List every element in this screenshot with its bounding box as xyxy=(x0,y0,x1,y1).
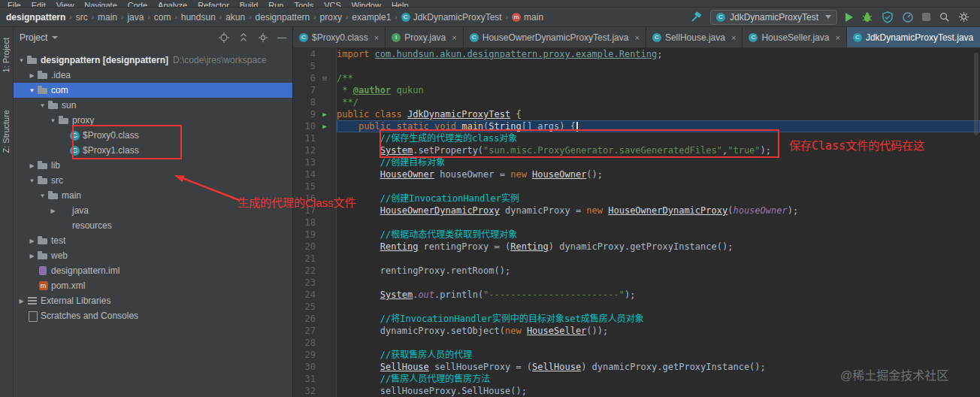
tab-proxy-java[interactable]: IProxy.java× xyxy=(386,27,464,47)
code-line-22[interactable]: rentingProxy.rentRoom(); xyxy=(337,265,980,277)
tab-jdkdynamicproxytest-java[interactable]: CJdkDynamicProxyTest.java× xyxy=(847,27,980,47)
tree-item-idea[interactable]: ▶.idea xyxy=(14,68,292,83)
menu-item-window[interactable]: Window xyxy=(352,0,381,7)
tree-item-proxy1-class[interactable]: C$Proxy1.class xyxy=(14,143,292,158)
code-line-24[interactable]: System.out.println("--------------------… xyxy=(337,289,980,301)
tree-item-proxy[interactable]: ▼proxy xyxy=(14,113,292,128)
tool-stripe-structure[interactable]: Z: Structure xyxy=(2,110,11,153)
breadcrumb-item-main[interactable]: main xyxy=(98,12,117,23)
code-line-17[interactable]: HouseOwnerDynamicProxy dynamicProxy = ne… xyxy=(337,205,980,217)
tree-item-scratches-and-consoles[interactable]: Scratches and Consoles xyxy=(14,308,292,323)
breadcrumb-item-hundsun[interactable]: hundsun xyxy=(181,12,216,23)
breadcrumb-method[interactable]: mmain xyxy=(512,12,543,23)
build-hammer-icon[interactable] xyxy=(690,11,702,23)
menu-item-tools[interactable]: Tools xyxy=(294,0,313,7)
locate-target-icon[interactable] xyxy=(219,32,229,43)
code-line-14[interactable]: HouseOwner houseOwner = new HouseOwner()… xyxy=(337,168,980,180)
menu-item-build[interactable]: Build xyxy=(240,0,258,7)
code-line-11[interactable]: //保存生成的代理类的class对象 xyxy=(337,132,980,144)
search-icon[interactable] xyxy=(939,11,950,23)
tab-sellhouse-java[interactable]: CSellHouse.java× xyxy=(646,27,743,47)
stop-button[interactable] xyxy=(922,13,930,21)
code-line-9[interactable]: public class JdkDynamicProxyTest { xyxy=(337,108,980,120)
close-tab-icon[interactable]: × xyxy=(731,33,736,42)
tab-houseseller-java[interactable]: CHouseSeller.java× xyxy=(743,27,847,47)
code-line-16[interactable]: //创建InvocationHandler实例 xyxy=(337,192,980,205)
code-line-5[interactable] xyxy=(337,60,980,72)
coverage-icon[interactable] xyxy=(882,11,894,23)
tree-item-com[interactable]: ▼com xyxy=(14,83,292,98)
code-line-7[interactable]: * @author qukun xyxy=(337,84,980,96)
menu-item-vcs[interactable]: VCS xyxy=(324,0,341,7)
code-line-15[interactable] xyxy=(337,180,980,192)
tree-item-web[interactable]: ▶web xyxy=(14,248,292,263)
menu-item-code[interactable]: Code xyxy=(128,0,147,7)
menu-item-file[interactable]: File xyxy=(8,0,21,7)
code-line-28[interactable] xyxy=(337,337,980,349)
tree-item-lib[interactable]: ▶lib xyxy=(14,158,292,173)
collapse-all-icon[interactable] xyxy=(238,32,249,43)
menu-item-navigate[interactable]: Navigate xyxy=(84,0,116,7)
code-line-6[interactable]: /** xyxy=(337,72,980,84)
tree-item-main[interactable]: ▼main xyxy=(14,188,292,203)
breadcrumb-item-proxy[interactable]: proxy xyxy=(320,12,342,23)
tree-item-pom-xml[interactable]: mpom.xml xyxy=(14,278,292,293)
close-tab-icon[interactable]: × xyxy=(835,33,839,42)
code-line-18[interactable] xyxy=(337,217,980,229)
code-line-10[interactable]: public static void main(String[] args) { xyxy=(337,120,980,132)
settings-gear-icon[interactable] xyxy=(958,11,969,23)
tree-item-src[interactable]: ▼src xyxy=(14,173,292,188)
tree-item-designpattern[interactable]: ▼designpattern [designpattern]D:\code\jr… xyxy=(14,53,292,68)
menu-item-help[interactable]: Help xyxy=(392,0,409,7)
breadcrumb-item-example1[interactable]: example1 xyxy=(352,12,391,23)
menu-item-view[interactable]: View xyxy=(56,0,74,7)
tree-item-proxy0-class[interactable]: C$Proxy0.class xyxy=(14,128,292,143)
menu-item-analyze[interactable]: Analyze xyxy=(158,0,187,7)
debug-bug-icon[interactable] xyxy=(861,11,873,23)
profiler-icon[interactable] xyxy=(902,11,914,23)
close-tab-icon[interactable]: × xyxy=(452,33,456,42)
breadcrumb-item-com[interactable]: com xyxy=(154,12,171,23)
code-line-30[interactable]: SellHouse sellHouseProxy = (SellHouse) d… xyxy=(337,361,980,373)
code-line-19[interactable]: //根据动态代理类获取到代理对象 xyxy=(337,229,980,241)
breadcrumb-item-akun[interactable]: akun xyxy=(225,12,245,23)
close-tab-icon[interactable]: × xyxy=(634,33,639,42)
tree-item-test[interactable]: ▶test xyxy=(14,233,292,248)
editor[interactable]: 456⊟789▶10▶11121314151617181920212223242… xyxy=(293,48,980,397)
tree-item-java[interactable]: ▶java xyxy=(14,203,292,218)
code-line-32[interactable]: sellHouseProxy.SellHouse(); xyxy=(337,385,980,397)
editor-code[interactable]: import com.hundsun.akun.designpattern.pr… xyxy=(337,48,980,397)
close-tab-icon[interactable]: × xyxy=(374,33,379,42)
code-line-23[interactable] xyxy=(337,277,980,289)
run-gutter-icon[interactable]: ▶ xyxy=(316,108,334,120)
code-line-27[interactable]: dynamicProxy.setObject(new HouseSeller()… xyxy=(337,325,980,337)
project-panel-title[interactable]: Project xyxy=(20,32,47,43)
run-gutter-icon[interactable]: ▶ xyxy=(316,120,334,132)
menu-item-refactor[interactable]: Refactor xyxy=(198,0,229,7)
code-line-20[interactable]: Renting rentingProxy = (Renting) dynamic… xyxy=(337,241,980,253)
tool-stripe-project[interactable]: 1: Project xyxy=(2,38,11,72)
breadcrumb-item-designpattern[interactable]: designpattern xyxy=(256,12,310,23)
code-line-12[interactable]: System.setProperty("sun.misc.ProxyGenera… xyxy=(337,144,980,156)
tree-item-designpattern-iml[interactable]: designpattern.iml xyxy=(14,263,292,278)
code-line-4[interactable]: import com.hundsun.akun.designpattern.pr… xyxy=(337,48,980,60)
tree-item-resources[interactable]: resources xyxy=(14,218,292,233)
breadcrumb-root[interactable]: designpattern xyxy=(6,12,65,23)
code-line-13[interactable]: //创建目标对象 xyxy=(337,156,980,168)
breadcrumb-class[interactable]: CJdkDynamicProxyTest xyxy=(401,12,502,23)
breadcrumb-item-src[interactable]: src xyxy=(76,12,88,23)
panel-settings-gear-icon[interactable] xyxy=(258,32,268,43)
code-line-21[interactable] xyxy=(337,253,980,265)
menu-item-run[interactable]: Run xyxy=(268,0,283,7)
run-button[interactable] xyxy=(845,13,853,22)
code-line-29[interactable]: //获取售房人员的代理 xyxy=(337,349,980,361)
menu-item-edit[interactable]: Edit xyxy=(32,0,46,7)
tree-item-sun[interactable]: ▼sun xyxy=(14,98,292,113)
hide-panel-icon[interactable]: — xyxy=(277,32,286,43)
run-configuration-select[interactable]: C JdkDynamicProxyTest xyxy=(710,10,837,25)
tab-proxy0-class[interactable]: C$Proxy0.class× xyxy=(293,27,386,47)
code-line-25[interactable] xyxy=(337,301,980,313)
code-line-8[interactable]: **/ xyxy=(337,96,980,108)
breadcrumb-item-java[interactable]: java xyxy=(127,12,144,23)
tree-item-external-libraries[interactable]: ▶External Libraries xyxy=(14,293,292,308)
